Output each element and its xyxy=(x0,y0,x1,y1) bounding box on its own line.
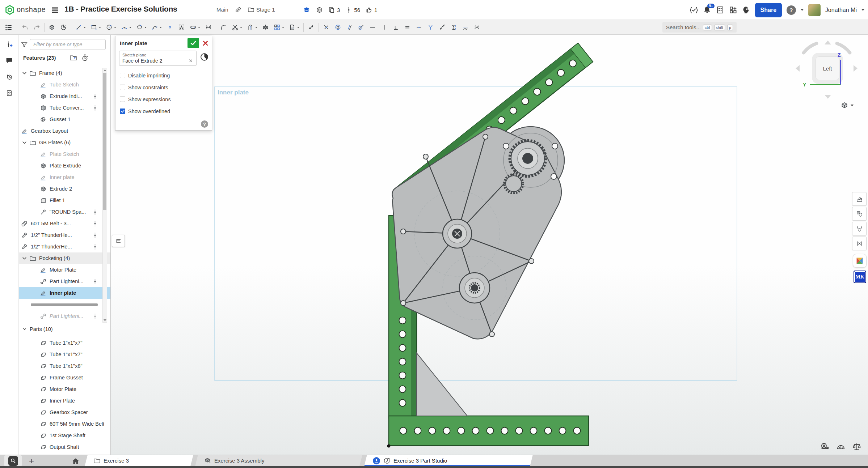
tape-measure-icon[interactable] xyxy=(819,441,831,453)
sync-constraint-icon[interactable] xyxy=(450,23,458,32)
history-stopwatch-icon[interactable] xyxy=(81,54,89,61)
trim-tool-icon[interactable] xyxy=(231,23,243,32)
tree-item-row[interactable]: Tube Sketch xyxy=(19,79,111,90)
user-avatar[interactable] xyxy=(808,4,821,16)
config-dots-icon[interactable] xyxy=(92,93,98,100)
dialog-checkbox[interactable]: Disable imprinting xyxy=(120,69,207,81)
point-tool-icon[interactable] xyxy=(166,23,174,32)
config-dots-icon[interactable] xyxy=(92,243,98,250)
search-tools-box[interactable]: Search tools... ctrl shift p xyxy=(662,22,737,33)
checkbox-icon[interactable] xyxy=(120,85,125,90)
checkbox-checked-icon[interactable] xyxy=(120,109,125,114)
part-list-item[interactable]: Gearbox Spacer xyxy=(19,407,111,418)
config-dots-icon[interactable] xyxy=(92,278,98,285)
parts-header[interactable]: Parts (10) xyxy=(22,326,53,332)
dropdown-caret-icon[interactable] xyxy=(99,27,101,28)
part-list-item[interactable]: 1st Stage Shaft xyxy=(19,430,111,441)
tree-item-row[interactable]: Plate Sketch xyxy=(19,148,111,160)
tree-item-row[interactable]: 1/2" ThunderHe... xyxy=(19,229,111,241)
versions-metric[interactable]: 56 xyxy=(345,7,360,13)
parallel-constraint-icon[interactable] xyxy=(345,23,354,32)
tree-item-row[interactable]: 60T 5M Belt - 3... xyxy=(19,218,111,229)
fillet-tool-icon[interactable] xyxy=(219,23,228,32)
part-list-item[interactable]: Tube 1"x1"x7" xyxy=(19,337,111,349)
undo-icon[interactable] xyxy=(21,23,29,32)
home-tab-icon[interactable] xyxy=(69,456,82,467)
line-tool-icon[interactable] xyxy=(75,23,87,32)
comments-icon[interactable] xyxy=(3,54,16,67)
redo-icon[interactable] xyxy=(33,23,41,32)
rollback-bar[interactable] xyxy=(19,299,111,310)
dropdown-caret-icon[interactable] xyxy=(297,27,299,28)
config-dots-icon[interactable] xyxy=(92,105,98,111)
config-dots-icon[interactable] xyxy=(92,313,98,320)
graphics-canvas[interactable]: Inner plate xyxy=(111,35,868,455)
globe-metric[interactable] xyxy=(316,7,323,13)
dropdown-caret-icon[interactable] xyxy=(144,27,147,28)
dropdown-caret-icon[interactable] xyxy=(282,27,284,28)
spline-tool-icon[interactable] xyxy=(151,23,163,32)
rollback-handle[interactable] xyxy=(31,303,98,306)
tree-folder-row[interactable]: Pocketing (4) xyxy=(19,252,111,264)
tree-item-row[interactable]: 1/2" ThunderHe... xyxy=(19,241,111,252)
link-icon[interactable] xyxy=(235,6,242,13)
mirror-tool-icon[interactable] xyxy=(261,23,270,32)
history-icon[interactable] xyxy=(3,70,16,83)
pierce-constraint-icon[interactable] xyxy=(438,23,446,32)
education-metric[interactable] xyxy=(303,6,311,14)
part-list-item[interactable]: Output Shaft xyxy=(19,441,111,453)
protractor-icon[interactable] xyxy=(835,441,847,453)
appearance-panel-icon[interactable] xyxy=(852,192,867,206)
tree-item-row[interactable]: Gearbox Layout xyxy=(19,125,111,137)
lower-hub[interactable] xyxy=(459,273,490,303)
search-tabs-button[interactable] xyxy=(4,455,22,466)
configured-features-icon[interactable] xyxy=(852,222,867,235)
inspect-dimension-icon[interactable] xyxy=(307,23,315,32)
tasks-list-icon[interactable] xyxy=(716,6,724,14)
sketch-origin-point[interactable] xyxy=(387,444,391,448)
checkbox-icon[interactable] xyxy=(120,73,125,78)
suppress-clock-icon[interactable] xyxy=(200,53,208,61)
tree-item-row[interactable]: Extrude Indi... xyxy=(19,90,111,102)
menu-icon[interactable] xyxy=(51,6,59,14)
tree-folder-row[interactable]: GB Plates (6) xyxy=(19,137,111,148)
circle-tool-icon[interactable] xyxy=(105,23,117,32)
tab-exercise-3-part-studio[interactable]: Exercise 3 Part Studio xyxy=(366,455,531,466)
dropdown-caret-icon[interactable] xyxy=(129,27,131,28)
dropdown-caret-icon[interactable] xyxy=(198,27,200,28)
horizontal-constraint-icon[interactable] xyxy=(368,23,377,32)
part-gearbox-plate[interactable] xyxy=(392,127,564,339)
feature-script-icon[interactable] xyxy=(690,6,698,14)
view-cube[interactable]: Left Z Y xyxy=(796,40,858,104)
dropdown-caret-icon[interactable] xyxy=(114,27,116,28)
part-gusset[interactable] xyxy=(417,353,467,416)
clear-selection-icon[interactable] xyxy=(188,58,193,63)
config-table-icon[interactable] xyxy=(852,207,867,221)
coincident-constraint-icon[interactable] xyxy=(322,23,330,32)
tree-item-row[interactable]: Part Lighteni... xyxy=(19,310,111,322)
app-x-icon[interactable] xyxy=(853,254,867,268)
part-list-item[interactable]: Frame Gusset xyxy=(19,372,111,383)
tree-scrollbar[interactable] xyxy=(102,68,107,323)
dropdown-caret-icon[interactable] xyxy=(255,27,257,28)
collapsed-panel-handle[interactable] xyxy=(112,235,125,247)
fix-constraint-icon[interactable] xyxy=(461,23,469,32)
config-dots-icon[interactable] xyxy=(92,232,98,239)
part-list-item[interactable]: 60T 5M 9mm Wide Belt xyxy=(19,418,111,430)
feature-list-toggle-icon[interactable] xyxy=(3,21,15,33)
workspace-name[interactable]: Main xyxy=(216,7,228,13)
offset-tool-icon[interactable] xyxy=(246,23,258,32)
tree-item-row[interactable]: Inner plate xyxy=(19,171,111,183)
midpoint-constraint-icon[interactable] xyxy=(415,23,423,32)
config-dots-icon[interactable] xyxy=(92,220,98,227)
concentric-constraint-icon[interactable] xyxy=(334,23,342,32)
dropdown-caret-icon[interactable] xyxy=(160,27,162,28)
dropdown-caret-icon[interactable] xyxy=(240,27,242,28)
cancel-close-icon[interactable] xyxy=(202,40,209,47)
polygon-tool-icon[interactable] xyxy=(135,23,147,32)
part-list-item[interactable]: Tube 1"x1"x7" xyxy=(19,349,111,360)
model-view[interactable] xyxy=(111,35,868,455)
version-indicator[interactable]: Stage 1 xyxy=(248,6,275,13)
dialog-help-icon[interactable]: ? xyxy=(201,120,208,128)
config-dots-icon[interactable] xyxy=(92,209,98,216)
